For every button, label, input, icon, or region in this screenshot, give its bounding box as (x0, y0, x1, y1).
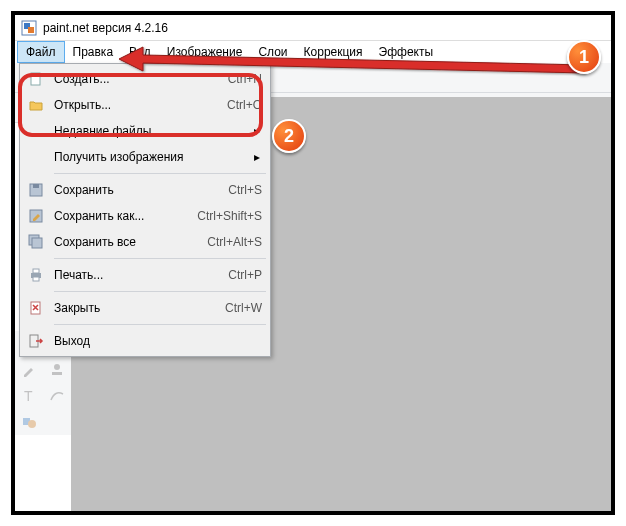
menu-separator (54, 258, 266, 259)
menu-separator (54, 291, 266, 292)
tool-line[interactable] (43, 383, 71, 409)
open-folder-icon (22, 97, 50, 113)
menu-edit[interactable]: Правка (65, 41, 122, 63)
menu-item-new[interactable]: Создать... Ctrl+N (22, 66, 268, 92)
titlebar: paint.net версия 4.2.16 (15, 15, 611, 41)
tool-stamp[interactable] (43, 357, 71, 383)
menu-item-exit[interactable]: Выход (22, 328, 268, 354)
menu-item-save-as[interactable]: Сохранить как... Ctrl+Shift+S (22, 203, 268, 229)
menu-file[interactable]: Файл (17, 41, 65, 63)
annotation-marker-2: 2 (272, 119, 306, 153)
menu-item-acquire[interactable]: Получить изображения ▸ (22, 144, 268, 170)
tool-text[interactable]: T (15, 383, 43, 409)
svg-point-12 (54, 364, 60, 370)
menu-layers[interactable]: Слои (250, 41, 295, 63)
svg-rect-22 (32, 238, 42, 248)
menu-image[interactable]: Изображение (159, 41, 251, 63)
svg-rect-24 (33, 269, 39, 273)
menu-item-save-all[interactable]: Сохранить все Ctrl+Alt+S (22, 229, 268, 255)
close-file-icon (22, 300, 50, 316)
save-all-icon (22, 234, 50, 250)
print-icon (22, 267, 50, 283)
new-file-icon (22, 71, 50, 87)
svg-point-16 (28, 420, 36, 428)
menu-item-close[interactable]: Закрыть Ctrl+W (22, 295, 268, 321)
menu-item-recent[interactable]: Недавние файлы ▸ (22, 118, 268, 144)
svg-text:T: T (24, 388, 33, 404)
menu-view[interactable]: Вид (121, 41, 159, 63)
svg-rect-19 (33, 184, 39, 188)
menu-adjustments[interactable]: Коррекция (296, 41, 371, 63)
submenu-arrow-icon: ▸ (252, 124, 262, 138)
app-icon (21, 20, 37, 36)
svg-rect-13 (52, 372, 62, 375)
menu-separator (54, 173, 266, 174)
file-menu-dropdown: Создать... Ctrl+N Открыть... Ctrl+O Неда… (19, 63, 271, 357)
exit-icon (22, 333, 50, 349)
menu-separator (54, 324, 266, 325)
menu-item-print[interactable]: Печать... Ctrl+P (22, 262, 268, 288)
save-as-icon (22, 208, 50, 224)
svg-rect-25 (33, 277, 39, 281)
annotation-marker-1: 1 (567, 40, 601, 74)
menu-item-open[interactable]: Открыть... Ctrl+O (22, 92, 268, 118)
menu-item-save[interactable]: Сохранить Ctrl+S (22, 177, 268, 203)
save-icon (22, 182, 50, 198)
tool-recolor[interactable] (15, 357, 43, 383)
window-title: paint.net версия 4.2.16 (43, 21, 168, 35)
tool-shapes[interactable] (15, 409, 43, 435)
submenu-arrow-icon: ▸ (252, 150, 262, 164)
svg-rect-17 (31, 73, 40, 85)
menubar: Файл Правка Вид Изображение Слои Коррекц… (15, 41, 611, 63)
svg-rect-2 (28, 27, 34, 33)
tool-empty (43, 409, 71, 435)
menu-effects[interactable]: Эффекты (371, 41, 442, 63)
